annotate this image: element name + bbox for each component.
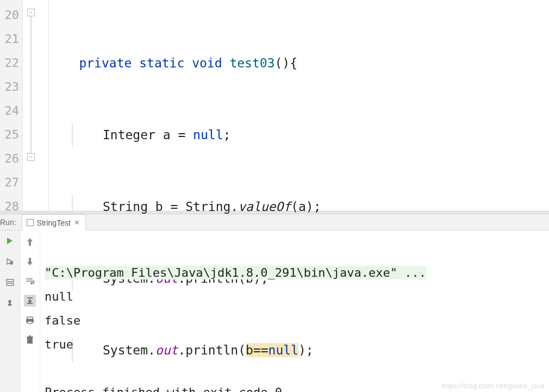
code-line[interactable]: private static void test03(){: [49, 51, 549, 75]
scroll-up-icon[interactable]: [24, 236, 36, 248]
keyword: static: [139, 56, 184, 70]
console-line: true: [45, 338, 73, 351]
console-output[interactable]: "C:\Program Files\Java\jdk1.8.0_291\bin\…: [40, 231, 549, 392]
close-icon[interactable]: ✕: [74, 219, 80, 227]
svg-rect-5: [27, 317, 33, 319]
output-area: "C:\Program Files\Java\jdk1.8.0_291\bin\…: [0, 231, 549, 392]
keyword-null: null: [193, 128, 223, 142]
run-tab-label: StringTest: [37, 219, 71, 227]
layout-icon[interactable]: [5, 277, 15, 287]
run-toolbar-console: [20, 231, 40, 392]
svg-marker-0: [7, 238, 13, 244]
print-icon[interactable]: [24, 314, 36, 326]
scroll-to-end-icon[interactable]: [24, 295, 36, 307]
rerun-icon[interactable]: [5, 236, 15, 246]
svg-rect-9: [27, 337, 33, 338]
line-number: 20: [0, 3, 22, 27]
svg-rect-8: [27, 338, 33, 344]
code-text: (a);: [291, 200, 321, 214]
pin-icon[interactable]: [5, 298, 15, 308]
fold-toggle-icon[interactable]: −: [27, 153, 35, 161]
console-line: false: [45, 314, 80, 327]
console-command-line: "C:\Program Files\Java\jdk1.8.0_291\bin\…: [45, 266, 426, 279]
code-line[interactable]: Integer a = null;: [49, 123, 549, 147]
code-text: ;: [223, 128, 231, 142]
code-line[interactable]: String b = String.valueOf(a);: [49, 195, 549, 219]
watermark: https://blog.csdn.net/guorui_java: [442, 382, 545, 390]
code-text: Integer a =: [103, 128, 193, 142]
fold-column: − −: [23, 0, 49, 211]
code-text: (){: [274, 56, 297, 70]
fold-guide-line: [30, 16, 32, 153]
trash-icon[interactable]: [24, 334, 36, 346]
fold-toggle-icon[interactable]: −: [27, 9, 35, 16]
stop-icon[interactable]: [5, 257, 15, 266]
line-number: 26: [0, 147, 22, 171]
console-line: null: [45, 290, 73, 303]
svg-rect-10: [29, 335, 31, 337]
line-number: 28: [0, 195, 22, 219]
line-number: 25: [0, 123, 22, 147]
soft-wrap-icon[interactable]: [24, 275, 36, 287]
line-number: 23: [0, 75, 22, 99]
run-toolbar-left: [0, 231, 20, 392]
code-editor[interactable]: private static void test03(){ Integer a …: [49, 0, 549, 211]
svg-point-2: [10, 262, 13, 265]
svg-rect-4: [7, 283, 14, 285]
line-number-gutter: 20 21 22 23 24 25 26 27 28: [0, 0, 23, 211]
line-number: 22: [0, 51, 22, 75]
line-number: 21: [0, 27, 22, 51]
code-text: String b = String.: [103, 200, 238, 214]
keyword: void: [192, 56, 222, 70]
scroll-down-icon[interactable]: [24, 256, 36, 267]
svg-rect-3: [7, 279, 14, 282]
svg-rect-7: [28, 321, 32, 323]
run-label: Run:: [0, 218, 22, 227]
line-number: 27: [0, 171, 22, 195]
run-tab[interactable]: StringTest ✕: [22, 214, 86, 231]
run-config-icon: [27, 219, 34, 226]
method-call: valueOf: [238, 200, 291, 214]
line-number: 24: [0, 99, 22, 123]
console-exit-line: Process finished with exit code 0: [45, 385, 282, 392]
keyword: private: [79, 56, 132, 70]
editor-area: 20 21 22 23 24 25 26 27 28 − − private s…: [0, 0, 549, 211]
method-name: test03: [229, 56, 274, 70]
